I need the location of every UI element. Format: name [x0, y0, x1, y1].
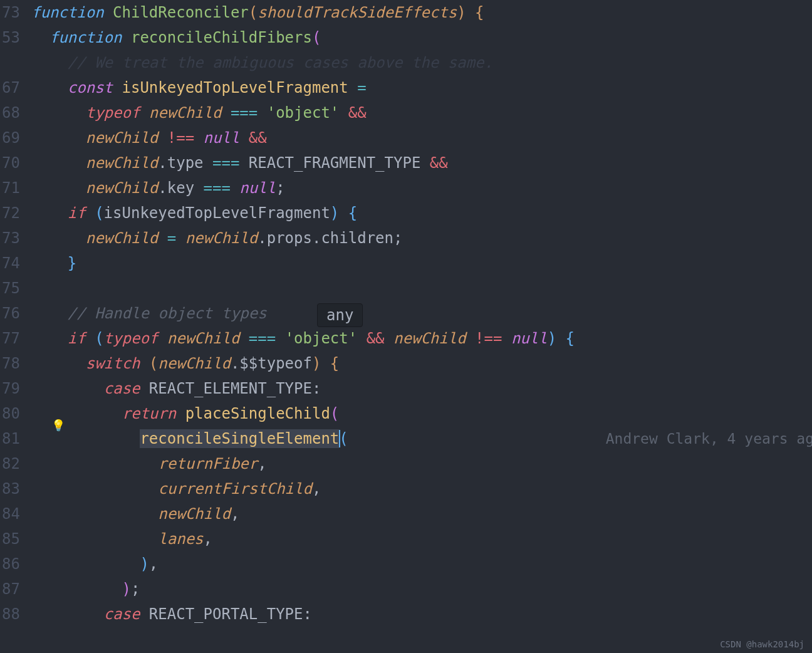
line-number: 73 — [0, 0, 20, 25]
line-number: 81 — [0, 426, 20, 451]
watermark: CSDN @hawk2014bj — [720, 639, 804, 649]
code-line[interactable]: currentFirstChild, — [31, 476, 812, 501]
lightbulb-icon[interactable]: 💡 — [51, 419, 65, 432]
line-number: 69 — [0, 125, 20, 150]
code-line[interactable]: if (typeof newChild === 'object' && newC… — [31, 326, 812, 351]
line-number: 70 — [0, 150, 20, 175]
hover-tooltip: any — [317, 303, 363, 327]
line-number: 82 — [0, 451, 20, 476]
line-number: 73 — [0, 226, 20, 251]
code-line[interactable]: newChild = newChild.props.children; — [31, 226, 812, 251]
line-number: 67 — [0, 75, 20, 100]
code-line[interactable] — [31, 276, 812, 301]
line-number: 68 — [0, 100, 20, 125]
code-line[interactable]: // We treat the ambiguous cases above th… — [31, 50, 812, 75]
code-line[interactable]: if (isUnkeyedTopLevelFragment) { — [31, 201, 812, 226]
code-line[interactable]: } — [31, 251, 812, 276]
git-blame: Andrew Clark, 4 years ago • Add — [606, 426, 812, 451]
code-line[interactable]: ), — [31, 551, 812, 577]
code-editor[interactable]: 73 53 67 68 69 70 71 72 73 74 75 76 77 7… — [0, 0, 812, 653]
line-number: 74 — [0, 251, 20, 276]
line-number: 85 — [0, 526, 20, 551]
line-number: 53 — [0, 25, 20, 50]
line-number: 72 — [0, 201, 20, 226]
code-line[interactable]: newChild.key === null; — [31, 175, 812, 201]
line-number: 80 — [0, 401, 20, 426]
code-line[interactable]: case REACT_ELEMENT_TYPE: — [31, 376, 812, 401]
code-line[interactable]: case REACT_PORTAL_TYPE: — [31, 602, 812, 627]
code-content[interactable]: function ChildReconciler(shouldTrackSide… — [31, 0, 812, 653]
code-line[interactable]: function reconcileChildFibers( — [31, 25, 812, 50]
line-number: 86 — [0, 551, 20, 577]
line-gutter: 73 53 67 68 69 70 71 72 73 74 75 76 77 7… — [0, 0, 31, 653]
line-number: 77 — [0, 326, 20, 351]
code-line[interactable]: lanes, — [31, 526, 812, 551]
line-number — [0, 50, 20, 75]
code-line[interactable]: returnFiber, — [31, 451, 812, 476]
line-number: 79 — [0, 376, 20, 401]
line-number: 78 — [0, 351, 20, 376]
line-number: 75 — [0, 276, 20, 301]
code-line[interactable]: ); — [31, 577, 812, 602]
line-number: 88 — [0, 602, 20, 627]
code-line[interactable]: const isUnkeyedTopLevelFragment = — [31, 75, 812, 100]
line-number: 76 — [0, 301, 20, 326]
code-line[interactable]: reconcileSingleElement(Andrew Clark, 4 y… — [31, 426, 812, 451]
line-number: 84 — [0, 501, 20, 526]
code-line[interactable]: newChild.type === REACT_FRAGMENT_TYPE && — [31, 150, 812, 175]
code-line[interactable]: // Handle object types — [31, 301, 812, 326]
code-line[interactable]: newChild !== null && — [31, 125, 812, 150]
line-number: 83 — [0, 476, 20, 501]
code-line[interactable]: switch (newChild.$$typeof) { — [31, 351, 812, 376]
code-line[interactable]: newChild, — [31, 501, 812, 526]
code-line[interactable]: function ChildReconciler(shouldTrackSide… — [31, 0, 812, 25]
code-line[interactable]: typeof newChild === 'object' && — [31, 100, 812, 125]
code-line[interactable]: return placeSingleChild( — [31, 401, 812, 426]
line-number: 87 — [0, 577, 20, 602]
line-number: 71 — [0, 175, 20, 201]
